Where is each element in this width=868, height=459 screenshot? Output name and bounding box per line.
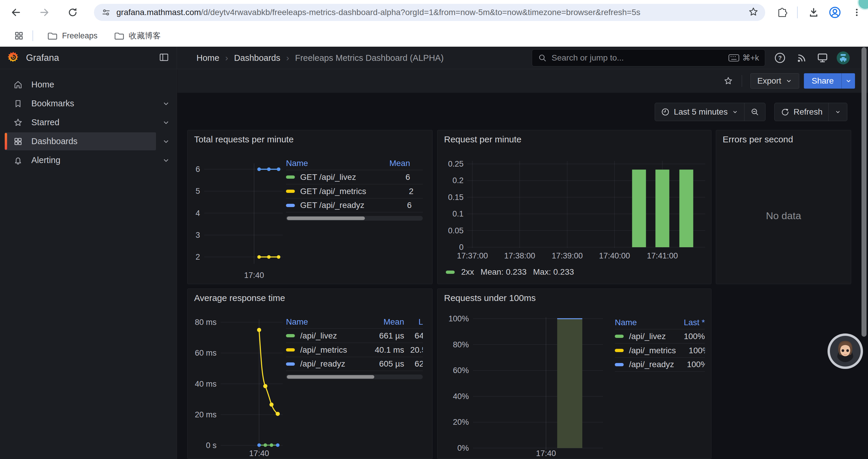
scrollbar-thumb[interactable]: [287, 375, 374, 379]
legend-value: 20.5 ms: [404, 345, 423, 355]
series-name: 2xx: [461, 267, 474, 277]
browser-forward-button[interactable]: [35, 3, 54, 22]
legend-row[interactable]: /api/_livez661 µs646 µs: [286, 328, 423, 342]
legend-row[interactable]: GET /api/_readyz6: [286, 198, 423, 212]
toolbar-divider: [797, 6, 798, 18]
legend-series-name: /api/_livez: [286, 331, 361, 340]
legend-header-cell: Mean: [361, 317, 404, 327]
legend-row[interactable]: /api/_readyz100%: [615, 357, 705, 371]
search-input[interactable]: Search or jump to... ⌘+k: [532, 49, 765, 66]
axis-tick-label: 6: [195, 165, 200, 174]
legend-value: 6: [363, 172, 410, 182]
sidebar-toggle-button[interactable]: [159, 53, 169, 63]
legend-header-row: NameLast *: [615, 316, 705, 329]
sidebar-item-alerting[interactable]: Alerting: [0, 151, 177, 169]
time-range-picker[interactable]: Last 5 minutes: [655, 103, 744, 121]
data-point: [267, 255, 271, 259]
search-icon: [538, 54, 547, 62]
data-point: [270, 402, 274, 407]
news-button[interactable]: [794, 50, 809, 66]
bar-under-100ms: [557, 319, 582, 448]
breadcrumb-home[interactable]: Home: [196, 53, 219, 63]
search-shortcut: ⌘+k: [728, 53, 759, 63]
zoom-out-button[interactable]: [744, 103, 765, 121]
browser-back-button[interactable]: [6, 3, 25, 22]
series-name-text: /api/_readyz: [629, 360, 674, 369]
side-panel-button[interactable]: [13, 30, 24, 41]
share-menu-button[interactable]: [841, 73, 855, 89]
series-name-text: /api/_livez: [300, 331, 337, 340]
axis-tick-label: 2: [195, 253, 200, 261]
help-button[interactable]: ?: [772, 50, 788, 66]
axis-tick-label: 20%: [453, 418, 469, 427]
series-swatch: [286, 190, 295, 193]
legend-header-row: NameMeanLast *: [286, 316, 423, 328]
bookmarks-divider: [32, 30, 33, 41]
chevron-down-icon: [845, 77, 852, 85]
legend-2xx[interactable]: 2xx Mean: 0.233 Max: 0.233: [446, 267, 574, 277]
legend-row[interactable]: GET /api/_metrics2: [286, 184, 423, 198]
legend-row[interactable]: /api/_readyz605 µs620 µs: [286, 357, 423, 371]
grafana-app: Grafana Home › Dashboards › Freeleaps Me…: [0, 47, 868, 459]
refresh-label: Refresh: [794, 107, 823, 117]
share-button-label: Share: [812, 76, 834, 86]
chevron-down-icon[interactable]: [162, 156, 170, 165]
breadcrumb-dashboards[interactable]: Dashboards: [234, 53, 280, 63]
chevron-down-icon[interactable]: [162, 137, 170, 145]
chevron-down-icon[interactable]: [162, 119, 170, 127]
legend-value: 661 µs: [361, 331, 404, 340]
user-avatar[interactable]: [836, 50, 851, 66]
address-bar[interactable]: grafana.mathmast.com/d/deytv4rwavabkb/fr…: [94, 4, 765, 21]
sidebar-item-dashboards[interactable]: Dashboards: [0, 132, 177, 151]
axis-tick-label: 17:38:00: [504, 251, 535, 260]
star-icon: [748, 6, 759, 17]
sidebar-item-bookmarks[interactable]: Bookmarks: [0, 94, 177, 113]
legend-row[interactable]: /api/_livez100%: [615, 329, 705, 343]
series-name-text: GET /api/_metrics: [300, 187, 366, 196]
legend-row[interactable]: /api/_metrics100%: [615, 343, 705, 357]
sidebar-item-starred[interactable]: Starred: [0, 113, 177, 132]
legend-header-cell: Mean: [363, 159, 410, 168]
browser-reload-button[interactable]: [63, 3, 82, 22]
axis-tick-label: 4: [195, 209, 200, 218]
floating-assistant-avatar[interactable]: [827, 333, 863, 369]
refresh-button[interactable]: Refresh: [775, 103, 829, 121]
legend-value: 100%: [674, 360, 705, 369]
legend-series-name: GET /api/_readyz: [286, 201, 364, 210]
favorite-dashboard-button[interactable]: [723, 76, 733, 86]
axis-tick-label: 0.1: [452, 209, 464, 218]
grafana-logo[interactable]: [6, 51, 20, 65]
axis-tick-label: 17:41:00: [647, 251, 678, 260]
axis-tick-label: 17:39:00: [552, 251, 583, 260]
extensions-button[interactable]: [773, 3, 792, 22]
legend-value: 6: [364, 201, 411, 210]
data-point: [257, 444, 261, 447]
chevron-down-icon[interactable]: [162, 100, 170, 108]
downloads-button[interactable]: [804, 3, 823, 22]
bookmark-folder-freeleaps[interactable]: Freeleaps: [41, 28, 103, 43]
axis-tick-label: 5: [195, 187, 200, 196]
scrollbar-thumb[interactable]: [287, 217, 365, 220]
refresh-interval-button[interactable]: [829, 103, 847, 121]
url-path: /d/deytv4rwavabkb/freeleaps-metrics-dash…: [201, 8, 640, 17]
legend-series-name: GET /api/_livez: [286, 172, 363, 182]
legend-horizontal-scrollbar[interactable]: [286, 216, 423, 221]
bookmark-star-button[interactable]: [748, 6, 759, 18]
site-settings-icon[interactable]: [101, 7, 111, 18]
browser-profile-button[interactable]: [826, 3, 844, 22]
series-swatch: [615, 349, 624, 352]
axis-tick-label: 17:40: [249, 449, 269, 458]
sidebar-item-home[interactable]: Home: [0, 75, 177, 94]
legend-row[interactable]: /api/_metrics40.1 ms20.5 ms: [286, 342, 423, 357]
panel-title[interactable]: Errors per second: [723, 134, 793, 144]
bookmark-folder-blogs[interactable]: 收藏博客: [108, 28, 166, 43]
bar-2xx: [680, 169, 693, 247]
bar-2xx: [632, 169, 646, 247]
legend-horizontal-scrollbar[interactable]: [286, 374, 423, 379]
legend-row[interactable]: GET /api/_livez6: [286, 170, 423, 184]
export-button[interactable]: Export: [750, 73, 799, 89]
share-button[interactable]: Share: [804, 73, 841, 89]
page-scrollbar-thumb[interactable]: [862, 47, 867, 337]
legend-table: NameMeanLast */api/_livez661 µs646 µs/ap…: [286, 316, 423, 379]
display-button[interactable]: [815, 50, 830, 66]
